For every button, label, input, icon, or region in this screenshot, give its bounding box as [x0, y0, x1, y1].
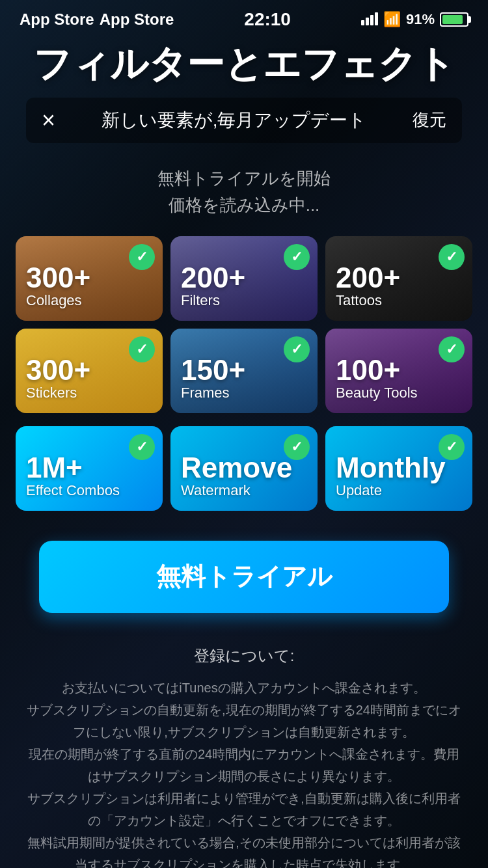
- feature-label-frames: Frames: [181, 385, 307, 401]
- close-button[interactable]: ×: [42, 109, 55, 132]
- feature-number-effect-combos: 1M+: [26, 454, 152, 482]
- battery-icon: [440, 12, 468, 27]
- wifi-icon: 📶: [383, 11, 401, 28]
- restore-button[interactable]: 復元: [413, 109, 446, 131]
- check-badge-filters: ✓: [284, 244, 310, 270]
- feature-number-remove-watermark: Remove: [181, 454, 307, 482]
- cta-section: 無料トライアル: [0, 521, 488, 626]
- status-left: App Store App Store: [20, 10, 174, 29]
- feature-card-monthly-update: ✓ Monthly Update: [325, 426, 472, 511]
- feature-label-filters: Filters: [181, 292, 307, 309]
- check-badge-stickers: ✓: [129, 336, 155, 362]
- trial-line1: 無料トライアルを開始: [20, 165, 468, 193]
- feature-label-stickers: Stickers: [26, 385, 152, 401]
- check-badge-frames: ✓: [284, 336, 310, 362]
- battery-fill: [442, 15, 463, 24]
- subtitle-bar: × 新しい要素が,毎月アップデート 復元: [26, 98, 462, 143]
- terms-body: お支払いについてはiTunesの購入アカウントへ課金されます。 サブスクリプショ…: [26, 677, 462, 868]
- check-badge-tattoos: ✓: [439, 244, 465, 270]
- terms-section: 登録について: お支払いについてはiTunesの購入アカウントへ課金されます。 …: [0, 626, 488, 868]
- app-store-text: App Store: [100, 10, 174, 29]
- signal-icon: [361, 10, 378, 30]
- feature-label-monthly-update: Update: [336, 482, 462, 499]
- features-grid: ✓ 300+ Collages ✓ 200+ Filters ✓ 200+ Ta…: [0, 230, 488, 420]
- feature-card-frames: ✓ 150+ Frames: [170, 329, 318, 413]
- check-badge-remove-watermark: ✓: [284, 434, 310, 460]
- app-store-label: App Store: [20, 10, 94, 29]
- feature-number-beauty: 100+: [336, 356, 462, 385]
- feature-number-tattoos: 200+: [336, 264, 462, 292]
- header: フィルターとエフェクト × 新しい要素が,毎月アップデート 復元: [0, 30, 488, 150]
- trial-button[interactable]: 無料トライアル: [39, 541, 449, 613]
- feature-label-effect-combos: Effect Combos: [26, 482, 152, 499]
- feature-number-frames: 150+: [181, 356, 307, 385]
- status-bar: App Store App Store 22:10 📶 91%: [0, 0, 488, 30]
- status-right: 📶 91%: [361, 10, 468, 30]
- feature-card-remove-watermark: ✓ Remove Watermark: [170, 426, 318, 511]
- feature-number-filters: 200+: [181, 264, 307, 292]
- feature-label-collages: Collages: [26, 292, 152, 309]
- feature-label-remove-watermark: Watermark: [181, 482, 307, 499]
- trial-info: 無料トライアルを開始 価格を読み込み中...: [0, 150, 488, 230]
- terms-title: 登録について:: [26, 645, 462, 666]
- battery-percent: 91%: [406, 11, 435, 28]
- check-badge-collages: ✓: [129, 244, 155, 270]
- check-badge-monthly-update: ✓: [439, 434, 465, 460]
- feature-card-tattoos: ✓ 200+ Tattoos: [325, 236, 472, 321]
- main-title: フィルターとエフェクト: [20, 43, 468, 85]
- battery-tip: [468, 16, 471, 23]
- feature-number-collages: 300+: [26, 264, 152, 292]
- features-bottom: ✓ 1M+ Effect Combos ✓ Remove Watermark ✓…: [0, 426, 488, 511]
- feature-label-beauty: Beauty Tools: [336, 385, 462, 401]
- check-badge-effect-combos: ✓: [129, 434, 155, 460]
- feature-card-collages: ✓ 300+ Collages: [16, 236, 163, 321]
- feature-card-beauty: ✓ 100+ Beauty Tools: [325, 329, 472, 413]
- trial-line2: 価格を読み込み中...: [20, 192, 468, 219]
- feature-number-monthly-update: Monthly: [336, 454, 462, 482]
- feature-card-effect-combos: ✓ 1M+ Effect Combos: [16, 426, 163, 511]
- feature-card-stickers: ✓ 300+ Stickers: [16, 329, 163, 413]
- feature-card-filters: ✓ 200+ Filters: [170, 236, 318, 321]
- feature-label-tattoos: Tattoos: [336, 292, 462, 309]
- check-badge-beauty: ✓: [439, 336, 465, 362]
- subtitle-text: 新しい要素が,毎月アップデート: [55, 108, 413, 133]
- time-display: 22:10: [244, 9, 291, 30]
- feature-number-stickers: 300+: [26, 356, 152, 385]
